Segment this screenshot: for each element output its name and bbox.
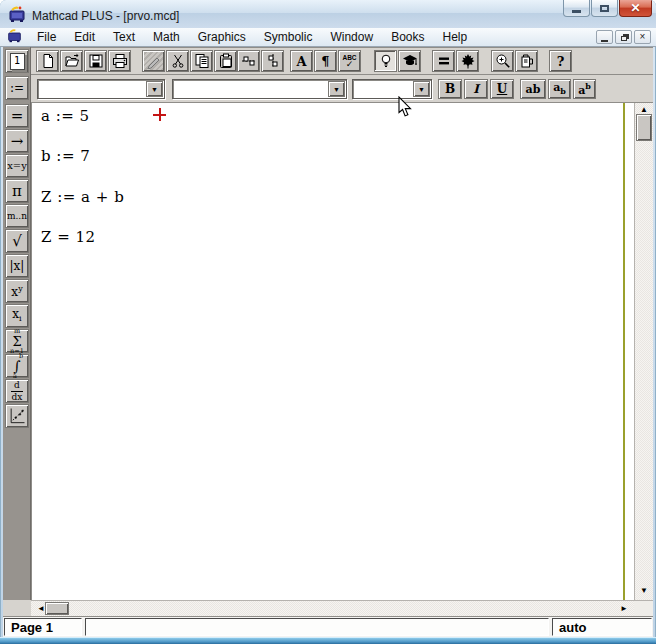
normal-text-button[interactable]: ab — [520, 79, 546, 99]
menu-text[interactable]: Text — [104, 28, 144, 46]
paragraph-icon: ¶ — [321, 54, 329, 69]
resource-button[interactable] — [515, 50, 538, 72]
lightbulb-button[interactable] — [374, 50, 397, 72]
chevron-down-icon[interactable]: ▼ — [146, 81, 163, 97]
horizontal-scroll-thumb[interactable] — [45, 602, 69, 615]
palette-derivative-button[interactable]: ddx — [5, 379, 29, 403]
superscript-button[interactable]: ab — [573, 79, 596, 99]
palette-arrow-button[interactable]: → — [5, 129, 29, 153]
menu-bar: File Edit Text Math Graphics Symbolic Wi… — [0, 28, 656, 47]
text-region-icon: A — [296, 54, 306, 69]
scroll-right-icon[interactable]: ► — [619, 605, 629, 613]
page-margin-line — [623, 103, 625, 600]
menu-help[interactable]: Help — [434, 28, 477, 46]
close-icon: ✕ — [630, 2, 640, 14]
palette-xyplot-button[interactable] — [5, 404, 29, 428]
new-button[interactable] — [36, 50, 59, 72]
mdi-minimize-button[interactable] — [596, 30, 613, 44]
bold-button[interactable]: B — [438, 79, 462, 99]
print-icon — [112, 53, 128, 69]
palette-pi-button[interactable]: π — [5, 179, 29, 203]
tutorial-button[interactable] — [398, 50, 421, 72]
align-horizontal-icon — [241, 53, 257, 69]
align-horizontal-button[interactable] — [237, 50, 260, 72]
status-message-panel — [85, 618, 549, 636]
math-region-a[interactable]: a := 5 — [41, 107, 90, 125]
palette-boolean-button[interactable]: x=y — [5, 154, 29, 178]
document-mdi-icon[interactable] — [7, 28, 22, 47]
palette-range-button[interactable]: m..n — [5, 204, 29, 228]
scroll-down-icon[interactable]: ▼ — [635, 587, 653, 595]
vertical-scroll-thumb[interactable] — [636, 114, 652, 141]
worksheet-canvas[interactable]: a := 5 b := 7 Z := a + b Z = 12 — [31, 103, 634, 600]
mdi-close-button[interactable]: × — [634, 30, 651, 44]
print-button[interactable] — [108, 50, 131, 72]
main-column: A ¶ ABC✓ ? — [31, 47, 653, 616]
save-icon — [88, 53, 104, 69]
spellcheck-icon: ABC✓ — [342, 54, 356, 68]
spellcheck-button[interactable]: ABC✓ — [338, 50, 361, 72]
palette-integral-button[interactable]: b∫a — [5, 354, 29, 378]
mdi-window-buttons: × — [596, 30, 651, 44]
underline-button[interactable]: U — [490, 79, 514, 99]
maximize-icon — [600, 5, 609, 12]
minimize-button[interactable] — [563, 0, 590, 17]
horizontal-scrollbar[interactable]: ◄ ► — [31, 600, 653, 616]
palette-absolute-button[interactable]: |x| — [5, 254, 29, 278]
math-palette-column: 1 := = → x=y π m..n √ |x| xy xi mΣn=1 b∫… — [3, 47, 31, 616]
scroll-up-icon[interactable]: ▲ — [635, 106, 653, 114]
palette-page1-button[interactable]: 1 — [5, 49, 29, 73]
math-region-z-def[interactable]: Z := a + b — [41, 188, 124, 206]
italic-button[interactable]: I — [464, 79, 488, 99]
worksheet-row: a := 5 b := 7 Z := a + b Z = 12 ▲ ▼ — [31, 103, 653, 600]
open-button[interactable] — [60, 50, 83, 72]
new-icon — [40, 53, 56, 69]
menu-books[interactable]: Books — [382, 28, 433, 46]
zoom-button[interactable] — [491, 50, 514, 72]
insert-text-button[interactable]: A — [290, 50, 313, 72]
math-palette: 1 := = → x=y π m..n √ |x| xy xi mΣn=1 b∫… — [3, 47, 31, 600]
style-combobox[interactable]: ▼ — [37, 79, 165, 99]
maximize-button[interactable] — [591, 0, 618, 17]
math-region-b[interactable]: b := 7 — [41, 147, 90, 165]
palette-assign-button[interactable]: := — [5, 76, 29, 100]
palette-equals-button[interactable]: = — [5, 104, 29, 128]
align-vertical-button[interactable] — [261, 50, 284, 72]
mdi-restore-button[interactable] — [615, 30, 632, 44]
calculate-button[interactable] — [432, 50, 455, 72]
minimize-icon — [572, 10, 581, 13]
size-combobox[interactable]: ▼ — [352, 79, 432, 99]
title-bar[interactable]: Mathcad PLUS - [prvo.mcd] ✕ — [0, 0, 656, 28]
math-region-z-eval[interactable]: Z = 12 — [41, 228, 96, 246]
superscript-icon: ab — [578, 81, 591, 97]
chevron-down-icon[interactable]: ▼ — [328, 81, 345, 97]
save-button[interactable] — [84, 50, 107, 72]
close-button[interactable]: ✕ — [619, 0, 652, 17]
status-bar: Page 1 auto — [3, 616, 653, 637]
maple-button[interactable] — [456, 50, 479, 72]
menu-graphics[interactable]: Graphics — [189, 28, 255, 46]
resource-mug-icon — [519, 53, 535, 69]
chevron-down-icon[interactable]: ▼ — [413, 81, 430, 97]
font-combobox[interactable]: ▼ — [172, 79, 347, 99]
palette-root-button[interactable]: √ — [5, 229, 29, 253]
xy-plot-icon — [7, 406, 27, 426]
redefine-icon — [146, 53, 162, 69]
help-button[interactable]: ? — [549, 50, 572, 72]
palette-summation-button[interactable]: mΣn=1 — [5, 329, 29, 353]
cut-button[interactable] — [166, 50, 189, 72]
subscript-button[interactable]: ab — [548, 79, 571, 99]
lightbulb-icon — [378, 53, 394, 69]
menu-symbolic[interactable]: Symbolic — [255, 28, 322, 46]
cut-icon — [170, 53, 186, 69]
menu-math[interactable]: Math — [144, 28, 189, 46]
palette-power-button[interactable]: xy — [5, 279, 29, 303]
paragraph-button[interactable]: ¶ — [314, 50, 337, 72]
menu-file[interactable]: File — [28, 28, 65, 46]
palette-subscript-button[interactable]: xi — [5, 304, 29, 328]
paste-button[interactable] — [214, 50, 237, 72]
vertical-scrollbar[interactable]: ▲ ▼ — [634, 103, 653, 600]
menu-window[interactable]: Window — [321, 28, 382, 46]
menu-edit[interactable]: Edit — [65, 28, 104, 46]
copy-button[interactable] — [190, 50, 213, 72]
